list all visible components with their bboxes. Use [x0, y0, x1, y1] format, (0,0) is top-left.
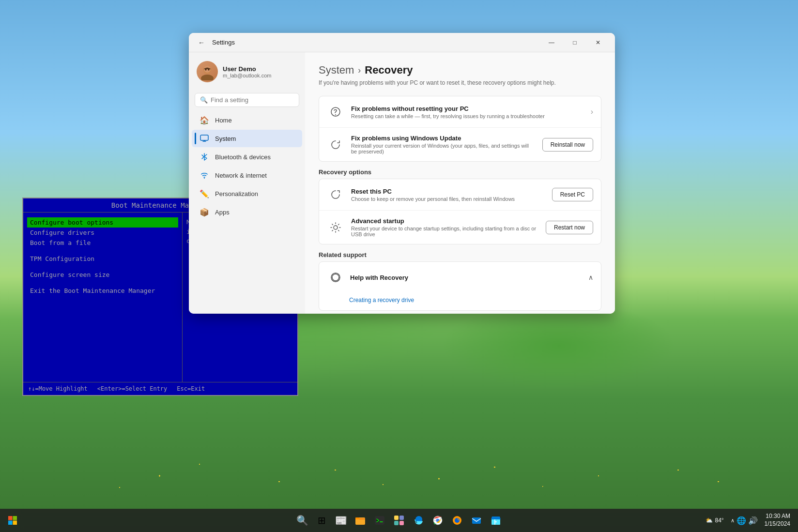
taskbar-terminal-icon[interactable] [371, 512, 388, 529]
taskbar-mail-icon[interactable] [468, 512, 485, 529]
settings-body: User Demo m_lab@outlook.com 🔍 🏠 Home [189, 52, 615, 314]
avatar [197, 61, 218, 82]
bios-menu-item-configure-drivers[interactable]: Configure drivers [27, 228, 178, 238]
clock-date: 1/15/2024 [765, 520, 790, 528]
sidebar-item-network-label: Network & internet [215, 172, 267, 179]
network-tray-icon[interactable]: 🌐 [737, 516, 746, 525]
weather-widget[interactable]: ⛅ 84° [702, 517, 727, 524]
tray-up-arrow[interactable]: ∧ [731, 517, 735, 524]
personalization-icon: ✏️ [200, 189, 209, 198]
creating-recovery-drive-link[interactable]: Creating a recovery drive [319, 293, 601, 310]
help-recovery-title: Help with Recovery [350, 274, 583, 281]
search-box[interactable]: 🔍 [195, 93, 299, 107]
taskbar-chrome-icon[interactable] [429, 512, 446, 529]
support-card: Help with Recovery ∧ Creating a recovery… [319, 261, 601, 311]
taskbar-edge-icon[interactable] [410, 512, 427, 529]
advanced-startup-row[interactable]: Advanced startup Restart your device to … [319, 211, 601, 244]
fix-without-reset-row[interactable]: Fix problems without resetting your PC R… [319, 96, 601, 128]
fix-windows-update-row[interactable]: Fix problems using Windows Update Reinst… [319, 128, 601, 161]
page-subtitle: If you're having problems with your PC o… [319, 79, 601, 86]
system-clock[interactable]: 10:30 AM 1/15/2024 [761, 513, 794, 528]
taskbar-firefox-icon[interactable] [448, 512, 466, 529]
reset-pc-text: Reset this PC Choose to keep or remove y… [351, 188, 545, 202]
bios-menu-item-boot-from-file[interactable]: Boot from a file [27, 238, 178, 248]
bios-hint-select: <Enter>=Select Entry [97, 385, 168, 392]
fix-windows-update-text: Fix problems using Windows Update Reinst… [351, 135, 536, 154]
breadcrumb-parent: System [319, 64, 354, 76]
search-icon: 🔍 [200, 96, 208, 104]
titlebar-controls: — □ ✕ [540, 35, 609, 50]
taskbar-widgets-icon[interactable]: 📰 [332, 512, 350, 529]
bios-hint-exit: Esc=Exit [177, 385, 205, 392]
reset-pc-action: Reset PC [552, 188, 593, 201]
restart-now-button[interactable]: Restart now [546, 221, 593, 234]
weather-icon: ⛅ [706, 517, 713, 524]
bios-menu-item-screen-size[interactable]: Configure screen size [27, 270, 178, 280]
sidebar-item-bluetooth-label: Bluetooth & devices [215, 153, 271, 161]
bios-menu-item-tpm[interactable]: TPM Configuration [27, 254, 178, 264]
sidebar-item-apps[interactable]: 📦 Apps [192, 203, 302, 221]
settings-window: ← Settings — □ ✕ [189, 33, 615, 314]
svg-rect-16 [355, 517, 359, 519]
taskbar-left [4, 512, 21, 529]
sidebar-item-network[interactable]: Network & internet [192, 167, 302, 184]
back-button[interactable]: ← [195, 36, 208, 49]
fix-problems-card: Fix problems without resetting your PC R… [319, 96, 601, 162]
advanced-startup-text: Advanced startup Restart your device to … [351, 217, 539, 237]
volume-tray-icon[interactable]: 🔊 [748, 516, 758, 525]
reset-pc-subtitle: Choose to keep or remove your personal f… [351, 196, 545, 202]
taskbar-taskview-icon[interactable]: ⊞ [313, 512, 330, 529]
taskbar-search-icon[interactable]: 🔍 [293, 512, 311, 529]
settings-titlebar: ← Settings — □ ✕ [189, 33, 615, 52]
fix-without-reset-title: Fix problems without resetting your PC [351, 105, 584, 112]
fix-without-reset-action[interactable]: › [591, 107, 593, 116]
start-button[interactable] [4, 512, 21, 529]
bios-hint-move: ↑↓=Move Highlight [28, 385, 88, 392]
windows-update-icon [327, 136, 344, 153]
reinstall-now-action: Reinstall now [542, 138, 593, 152]
svg-point-8 [335, 114, 336, 115]
user-name: User Demo [223, 65, 271, 73]
sidebar-item-apps-label: Apps [215, 209, 230, 216]
svg-point-1 [201, 75, 214, 80]
fix-troubleshoot-icon [327, 103, 344, 121]
taskbar-widgets2-icon[interactable] [390, 512, 408, 529]
bios-menu-item-configure-boot[interactable]: Configure boot options [27, 217, 178, 228]
minimize-button[interactable]: — [540, 35, 563, 50]
advanced-startup-title: Advanced startup [351, 217, 539, 225]
home-icon: 🏠 [200, 115, 209, 125]
taskbar-store-icon[interactable] [487, 512, 505, 529]
reset-pc-button[interactable]: Reset PC [552, 188, 593, 201]
svg-point-4 [208, 69, 210, 71]
bluetooth-icon [200, 152, 209, 162]
user-email: m_lab@outlook.com [223, 73, 271, 78]
related-support-header: Related support [319, 251, 601, 258]
reinstall-now-button[interactable]: Reinstall now [542, 138, 593, 152]
svg-rect-19 [399, 516, 404, 520]
close-button[interactable]: ✕ [587, 35, 609, 50]
breadcrumb-current: Recovery [365, 64, 413, 76]
settings-main: System › Recovery If you're having probl… [305, 52, 615, 314]
taskbar-center: 🔍 ⊞ 📰 [293, 512, 505, 529]
sidebar-item-system-label: System [215, 135, 236, 142]
desktop: Boot Maintenance Manager Configure boot … [0, 0, 798, 532]
search-input[interactable] [211, 96, 294, 104]
bios-menu-item-exit[interactable]: Exit the Boot Maintenance Manager [27, 286, 178, 296]
sidebar-item-personalization[interactable]: ✏️ Personalization [192, 185, 302, 202]
help-with-recovery-header[interactable]: Help with Recovery ∧ [319, 262, 601, 293]
svg-point-6 [204, 178, 205, 179]
reset-pc-row[interactable]: Reset this PC Choose to keep or remove y… [319, 179, 601, 211]
network-icon [200, 170, 209, 180]
taskbar-explorer-icon[interactable] [352, 512, 369, 529]
sidebar-item-bluetooth[interactable]: Bluetooth & devices [192, 148, 302, 166]
sidebar-item-system[interactable]: System [192, 130, 302, 147]
svg-rect-20 [394, 521, 399, 525]
fix-windows-update-subtitle: Reinstall your current version of Window… [351, 143, 536, 154]
user-info: User Demo m_lab@outlook.com [223, 65, 271, 78]
user-profile[interactable]: User Demo m_lab@outlook.com [189, 56, 305, 87]
help-recovery-icon [327, 269, 344, 286]
maximize-button[interactable]: □ [564, 35, 586, 50]
svg-rect-5 [200, 135, 208, 140]
sidebar-item-home[interactable]: 🏠 Home [192, 111, 302, 129]
desktop-flowers [0, 435, 798, 493]
